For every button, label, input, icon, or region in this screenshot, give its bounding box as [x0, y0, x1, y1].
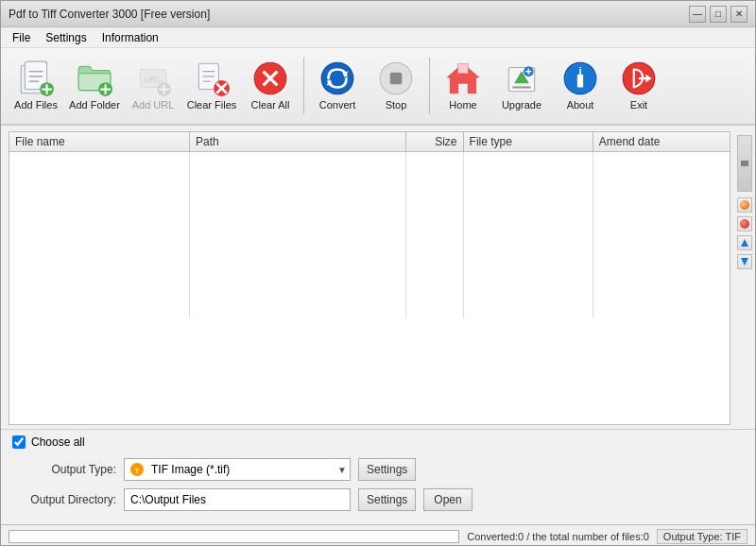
add-files-label: Add Files — [14, 99, 58, 111]
file-list-container: File name Path Size File type Amend date — [9, 131, 730, 425]
svg-rect-40 — [577, 75, 583, 78]
title-bar-controls: — □ ✕ — [689, 6, 747, 23]
menu-file[interactable]: File — [5, 29, 38, 46]
table-row — [9, 214, 730, 235]
menu-bar: File Settings Information — [1, 27, 755, 48]
home-label: Home — [449, 99, 476, 111]
output-type-status-text: Output Type: TIF — [657, 529, 747, 544]
output-type-select[interactable]: TIF Image (*.tif) TIFF Image (*.tiff) — [124, 458, 351, 481]
upgrade-label: Upgrade — [502, 99, 541, 111]
column-amenddate: Amend date — [593, 132, 730, 152]
stop-button[interactable]: Stop — [369, 52, 423, 120]
file-list-body — [9, 152, 730, 318]
table-row — [9, 235, 730, 256]
menu-information[interactable]: Information — [94, 29, 166, 46]
exit-button[interactable]: Exit — [611, 52, 666, 120]
svg-text:URL: URL — [145, 75, 163, 85]
exit-label: Exit — [630, 99, 647, 111]
bottom-panel: Choose all Output Type: T TIF Image (*.t… — [1, 429, 755, 524]
add-url-icon: URL — [134, 60, 172, 97]
menu-settings[interactable]: Settings — [38, 29, 94, 46]
choose-all-checkbox[interactable] — [12, 435, 26, 449]
about-icon: i — [561, 60, 599, 97]
home-button[interactable]: Home — [436, 52, 490, 120]
convert-button[interactable]: Convert — [310, 52, 365, 120]
table-row — [9, 256, 730, 277]
side-blue-down-btn[interactable] — [737, 254, 752, 269]
add-folder-icon — [76, 60, 113, 97]
maximize-button[interactable]: □ — [710, 6, 727, 23]
choose-all-label: Choose all — [31, 435, 85, 449]
clear-files-icon — [193, 60, 231, 97]
table-row — [9, 152, 730, 173]
output-directory-settings-button[interactable]: Settings — [358, 488, 416, 511]
content-wrapper: File name Path Size File type Amend date — [1, 126, 755, 546]
minimize-button[interactable]: — — [689, 6, 706, 23]
clear-files-button[interactable]: Clear Files — [184, 52, 239, 120]
svg-marker-48 — [741, 258, 748, 265]
title-bar-title: Pdf to Tiff Converter 3000 [Free version… — [9, 8, 210, 21]
progress-bar-container — [9, 530, 459, 543]
add-folder-button[interactable]: Add Folder — [67, 52, 122, 120]
svg-rect-39 — [577, 77, 583, 88]
toolbar-separator-1 — [303, 58, 304, 114]
table-row — [9, 173, 730, 194]
add-folder-label: Add Folder — [69, 99, 120, 111]
output-type-label: Output Type: — [12, 463, 116, 476]
table-row — [9, 277, 730, 298]
output-directory-input[interactable] — [124, 488, 351, 511]
output-type-row: Output Type: T TIF Image (*.tif) TIFF Im… — [12, 458, 744, 481]
upgrade-button[interactable]: Upgrade — [494, 52, 549, 120]
scrollbar-thumb[interactable] — [737, 135, 752, 192]
toolbar: Add Files Add Folder URL Add URL — [1, 48, 755, 126]
status-bar: Converted:0 / the total number of files:… — [1, 524, 755, 546]
clear-all-label: Clear All — [251, 99, 290, 111]
svg-point-26 — [321, 63, 353, 95]
column-path: Path — [190, 132, 406, 152]
stop-label: Stop — [386, 99, 407, 111]
column-filetype: File type — [463, 132, 593, 152]
choose-all-row: Choose all — [12, 435, 744, 449]
exit-icon — [620, 60, 658, 97]
file-area-wrapper: File name Path Size File type Amend date — [1, 126, 755, 429]
column-size: Size — [405, 132, 463, 152]
side-blue-up-btn[interactable] — [737, 235, 752, 250]
svg-rect-30 — [390, 73, 403, 85]
output-directory-open-button[interactable]: Open — [423, 488, 472, 511]
upgrade-icon — [503, 60, 541, 97]
about-label: About — [567, 99, 594, 111]
clear-all-icon — [251, 60, 289, 97]
title-bar: Pdf to Tiff Converter 3000 [Free version… — [1, 1, 755, 27]
add-files-button[interactable]: Add Files — [9, 52, 63, 120]
about-button[interactable]: i About — [553, 52, 608, 120]
clear-all-button[interactable]: Clear All — [243, 52, 298, 120]
toolbar-separator-2 — [429, 58, 430, 114]
add-files-icon — [17, 60, 55, 97]
table-header-row: File name Path Size File type Amend date — [9, 132, 730, 152]
svg-marker-47 — [741, 239, 748, 247]
stop-icon — [377, 60, 415, 97]
output-type-select-wrapper: T TIF Image (*.tif) TIFF Image (*.tiff) … — [124, 458, 351, 481]
side-toolbar — [734, 131, 755, 429]
clear-files-label: Clear Files — [187, 99, 237, 111]
convert-label: Convert — [319, 99, 356, 111]
converted-status-text: Converted:0 / the total number of files:… — [467, 531, 649, 542]
output-directory-row: Output Directory: Settings Open — [12, 488, 744, 511]
add-url-label: Add URL — [132, 99, 175, 111]
add-url-button: URL Add URL — [126, 52, 180, 120]
convert-icon — [318, 60, 356, 97]
home-icon — [444, 60, 482, 97]
table-row — [9, 194, 730, 214]
close-button[interactable]: ✕ — [730, 6, 747, 23]
side-red-btn[interactable] — [737, 216, 752, 231]
svg-rect-32 — [458, 64, 469, 75]
output-directory-label: Output Directory: — [12, 493, 116, 506]
side-orange-btn[interactable] — [737, 197, 752, 213]
table-row — [9, 298, 730, 318]
file-list-table: File name Path Size File type Amend date — [9, 132, 730, 318]
column-filename: File name — [9, 132, 190, 152]
output-type-settings-button[interactable]: Settings — [358, 458, 416, 481]
